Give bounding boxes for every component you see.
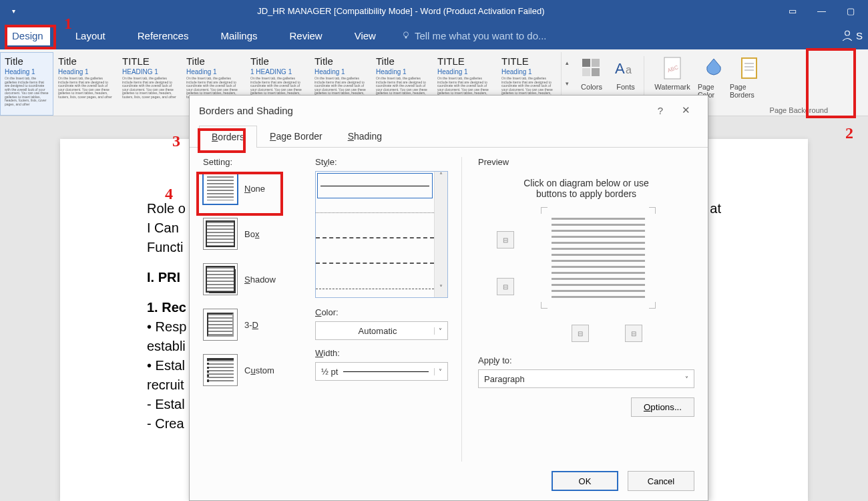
- setting-box[interactable]: Box: [203, 218, 303, 250]
- style-label: Style:: [315, 157, 448, 167]
- color-dropdown[interactable]: Automatic ˅: [315, 321, 448, 340]
- apply-to-dropdown[interactable]: Paragraph ˅: [478, 369, 694, 388]
- svg-text:a: a: [626, 64, 632, 75]
- page-color-icon: [700, 55, 727, 81]
- width-dropdown[interactable]: ½ pt ˅: [315, 362, 448, 381]
- style-card-0[interactable]: TitleHeading 1On the Insert tab, the gal…: [0, 52, 53, 116]
- svg-point-0: [403, 32, 408, 37]
- setting-custom[interactable]: Custom: [203, 354, 303, 386]
- svg-rect-5: [582, 68, 590, 76]
- apply-to-label: Apply to:: [478, 355, 694, 365]
- svg-rect-11: [742, 58, 756, 78]
- svg-rect-14: [744, 69, 754, 71]
- svg-rect-13: [744, 66, 754, 67]
- ok-button[interactable]: OK: [552, 471, 618, 491]
- svg-rect-3: [582, 59, 590, 67]
- dialog-tab-shading[interactable]: Shading: [335, 125, 395, 147]
- qat-dropdown-icon[interactable]: ▾: [4, 7, 23, 15]
- dialog-tab-borders[interactable]: Borders: [199, 126, 257, 148]
- options-button[interactable]: Options...: [631, 397, 694, 417]
- tell-me-search[interactable]: Tell me what you want to do...: [401, 30, 547, 41]
- ribbon-tabs: Design Layout References Mailings Review…: [0, 21, 868, 49]
- svg-rect-12: [744, 63, 754, 64]
- svg-rect-6: [592, 68, 600, 76]
- window-title: JD_HR MANAGER [Compatibility Mode] - Wor…: [23, 6, 779, 16]
- maximize-icon[interactable]: ▢: [837, 6, 864, 16]
- border-top-button[interactable]: ⊟: [497, 231, 514, 248]
- window-controls: ▭ — ▢: [779, 6, 864, 16]
- page-borders-icon: [736, 55, 763, 81]
- setting-shadow[interactable]: Shadow: [203, 263, 303, 295]
- border-left-button[interactable]: ⊟: [572, 325, 589, 342]
- style-list[interactable]: ˄˅: [315, 171, 448, 298]
- close-icon[interactable]: ✕: [673, 104, 698, 116]
- style-card-1[interactable]: TitleHeading 1On the Insert tab, the gal…: [53, 52, 118, 116]
- width-label: Width:: [315, 348, 448, 358]
- dialog-title: Borders and Shading: [199, 105, 293, 116]
- svg-point-2: [845, 31, 850, 35]
- style-scrollbar[interactable]: ˄˅: [434, 172, 447, 297]
- lightbulb-icon: [401, 31, 411, 40]
- help-icon[interactable]: ?: [648, 105, 673, 116]
- tell-me-placeholder: Tell me what you want to do...: [415, 30, 547, 41]
- ribbon-display-icon[interactable]: ▭: [779, 6, 806, 16]
- color-label: Color:: [315, 307, 448, 317]
- page-borders-button[interactable]: Page Borders: [730, 52, 769, 116]
- style-card-2[interactable]: TITLEHEADING 1On the Insert tab, the gal…: [118, 52, 182, 116]
- setting-label: Setting:: [203, 157, 303, 167]
- svg-rect-4: [592, 59, 600, 67]
- tab-layout[interactable]: Layout: [69, 26, 112, 45]
- setting-none[interactable]: None: [203, 172, 303, 204]
- svg-rect-1: [405, 37, 407, 39]
- colors-icon: [578, 55, 605, 81]
- fonts-icon: Aa: [612, 55, 639, 81]
- minimize-icon[interactable]: —: [808, 6, 835, 16]
- border-bottom-button[interactable]: ⊟: [497, 278, 514, 295]
- watermark-icon: ABC: [659, 55, 686, 81]
- borders-and-shading-dialog: Borders and Shading ? ✕ Borders Page Bor…: [189, 95, 708, 501]
- tab-mailings[interactable]: Mailings: [214, 26, 264, 45]
- preview-hint: Click on diagram below or usebuttons to …: [478, 178, 694, 199]
- preview-diagram[interactable]: ⊟ ⊟ ⊟ ⊟: [478, 211, 694, 351]
- border-right-button[interactable]: ⊟: [625, 325, 642, 342]
- title-bar: ▾ JD_HR MANAGER [Compatibility Mode] - W…: [0, 0, 868, 21]
- page-background-group-label: Page Background: [770, 106, 828, 114]
- svg-text:A: A: [615, 60, 625, 77]
- chevron-down-icon: ˅: [685, 375, 688, 383]
- cancel-button[interactable]: Cancel: [628, 471, 694, 491]
- tab-design[interactable]: Design: [5, 26, 50, 45]
- tab-review[interactable]: Review: [283, 26, 329, 45]
- chevron-down-icon: ˅: [434, 327, 442, 335]
- chevron-down-icon: ˅: [434, 368, 442, 375]
- user-icon[interactable]: S: [841, 29, 863, 41]
- tab-references[interactable]: References: [131, 26, 196, 45]
- preview-label: Preview: [478, 157, 694, 167]
- dialog-tab-page-border[interactable]: Page Border: [257, 125, 335, 147]
- person-icon: [841, 29, 853, 41]
- setting-3d[interactable]: 3-D: [203, 309, 303, 341]
- tab-view[interactable]: View: [348, 26, 383, 45]
